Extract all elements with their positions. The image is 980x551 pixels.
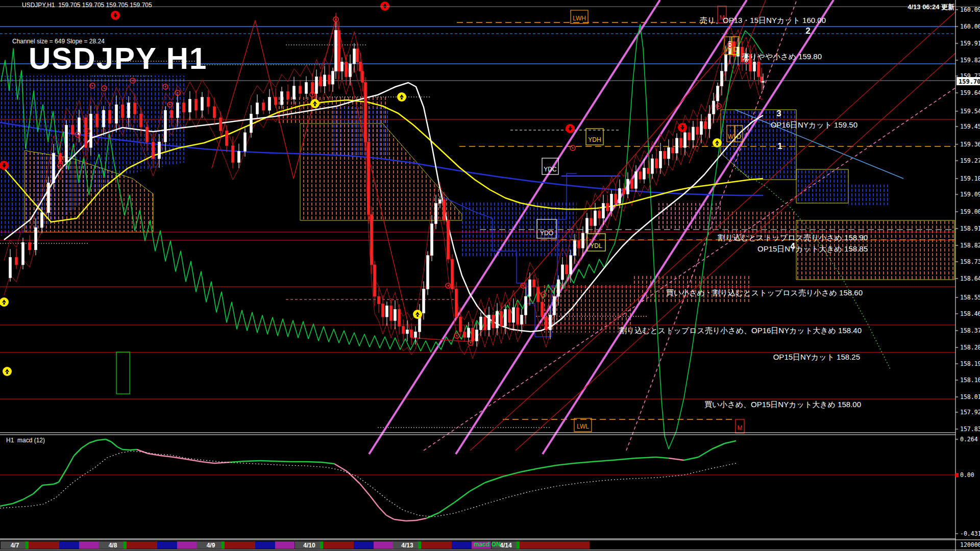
svg-text:158.010: 158.010 bbox=[960, 393, 980, 400]
svg-text:157.830: 157.830 bbox=[960, 425, 980, 433]
svg-text:割り込むとストップロス売り小さめ、OP16日NYカット大きめ: 割り込むとストップロス売り小さめ、OP16日NYカット大きめ 158.40 bbox=[619, 326, 862, 335]
svg-text:D: D bbox=[737, 133, 741, 140]
svg-text:159.095: 159.095 bbox=[960, 191, 980, 198]
svg-text:OP15日NYカット 158.25: OP15日NYカット 158.25 bbox=[773, 353, 860, 361]
symbol-title: USDJPY,H1 159.705 159.705 159.705 159.70… bbox=[22, 2, 152, 9]
svg-text:158.280: 158.280 bbox=[960, 344, 980, 351]
svg-text:LWL: LWL bbox=[577, 423, 589, 430]
svg-text:159.820: 159.820 bbox=[960, 57, 980, 64]
macd-panel bbox=[0, 439, 955, 521]
date-label: 4/8 bbox=[109, 542, 117, 549]
svg-text:159.910: 159.910 bbox=[960, 40, 980, 47]
svg-text:158.190: 158.190 bbox=[960, 360, 980, 367]
svg-text:売り、OP13・15日NYカット 160.00: 売り、OP13・15日NYカット 160.00 bbox=[700, 16, 826, 24]
price-axis: 160.090160.000159.910159.820159.730159.6… bbox=[955, 6, 980, 433]
svg-text:120000: 120000 bbox=[960, 541, 980, 548]
svg-text:YDC: YDC bbox=[544, 166, 557, 173]
svg-text:D: D bbox=[733, 46, 738, 53]
mt4-chart-window: LWHMWDYDHWDYDCYDOYDLLWLM2314売り、OP13・15日N… bbox=[0, 0, 980, 551]
svg-text:YDO: YDO bbox=[540, 230, 553, 237]
svg-text:買い小さめ、OP15日NYカット大きめ 158.00: 買い小さめ、OP15日NYカット大きめ 158.00 bbox=[704, 400, 861, 409]
svg-text:159.640: 159.640 bbox=[960, 89, 980, 96]
svg-text:割り込むとストップロス売り小さめ 158.90: 割り込むとストップロス売り小さめ 158.90 bbox=[718, 233, 868, 242]
svg-text:160.000: 160.000 bbox=[960, 23, 980, 30]
svg-text:買い小さめ・割り込むとストップロス売り小さめ 158.60: 買い小さめ・割り込むとストップロス売り小さめ 158.60 bbox=[666, 288, 863, 297]
svg-text:158.645: 158.645 bbox=[960, 275, 980, 282]
update-timestamp: 4/13 06:24 更新 bbox=[908, 3, 954, 12]
svg-text:W: W bbox=[728, 133, 734, 140]
channel-info-label: Channel size = 649 Slope = 28.24 bbox=[12, 38, 105, 45]
svg-text:OP16日NYカット 159.50: OP16日NYカット 159.50 bbox=[771, 120, 857, 129]
svg-text:M: M bbox=[738, 424, 743, 432]
svg-text:159.545: 159.545 bbox=[960, 108, 980, 115]
svg-text:0.00: 0.00 bbox=[960, 471, 974, 479]
svg-text:3: 3 bbox=[776, 109, 781, 118]
date-label: 4/13 bbox=[401, 542, 413, 549]
svg-text:OP15日NYカット大きめ 158.85: OP15日NYカット大きめ 158.85 bbox=[757, 244, 868, 253]
svg-text:159.455: 159.455 bbox=[960, 123, 980, 130]
svg-text:0.264: 0.264 bbox=[960, 436, 978, 443]
date-label: 4/9 bbox=[207, 542, 215, 549]
svg-text:158.825: 158.825 bbox=[960, 242, 980, 249]
current-price-badge: 159.705 bbox=[959, 78, 980, 85]
svg-text:159.185: 159.185 bbox=[960, 175, 980, 182]
svg-text:158.460: 158.460 bbox=[960, 310, 980, 317]
svg-text:158.100: 158.100 bbox=[960, 377, 980, 384]
svg-text:158.550: 158.550 bbox=[960, 294, 980, 301]
svg-text:160.090: 160.090 bbox=[960, 6, 980, 13]
chart-canvas[interactable]: LWHMWDYDHWDYDCYDOYDLLWLM2314売り、OP13・15日N… bbox=[0, 0, 980, 551]
macd-axis: 0.2640.00-0.431120000 bbox=[955, 436, 980, 548]
svg-text:159.275: 159.275 bbox=[960, 157, 980, 164]
date-label: 4/14 bbox=[500, 542, 512, 549]
svg-text:YDL: YDL bbox=[590, 242, 602, 249]
svg-text:売りやや小さめ 159.80: 売りやや小さめ 159.80 bbox=[742, 52, 822, 61]
svg-text:158.915: 158.915 bbox=[960, 225, 980, 232]
svg-text:158.370: 158.370 bbox=[960, 327, 980, 334]
svg-text:-0.431: -0.431 bbox=[960, 530, 980, 537]
svg-text:YDH: YDH bbox=[588, 136, 601, 143]
svg-text:1: 1 bbox=[777, 141, 782, 151]
macd-indicator-label: H1 macd (12) bbox=[6, 437, 45, 444]
svg-text:159.365: 159.365 bbox=[960, 141, 980, 148]
svg-text:159.005: 159.005 bbox=[960, 208, 980, 215]
macd-on-label: macd ON bbox=[474, 541, 501, 548]
date-label: 4/7 bbox=[11, 542, 19, 549]
svg-text:157.920: 157.920 bbox=[960, 409, 980, 416]
date-label: 4/10 bbox=[303, 542, 315, 549]
svg-text:LWH: LWH bbox=[573, 15, 586, 22]
session-bar: 4/74/84/94/104/134/14 bbox=[1, 541, 590, 549]
svg-text:2: 2 bbox=[805, 26, 810, 36]
svg-text:158.735: 158.735 bbox=[960, 258, 980, 265]
symbol-watermark: USDJPY H1 bbox=[29, 41, 207, 76]
